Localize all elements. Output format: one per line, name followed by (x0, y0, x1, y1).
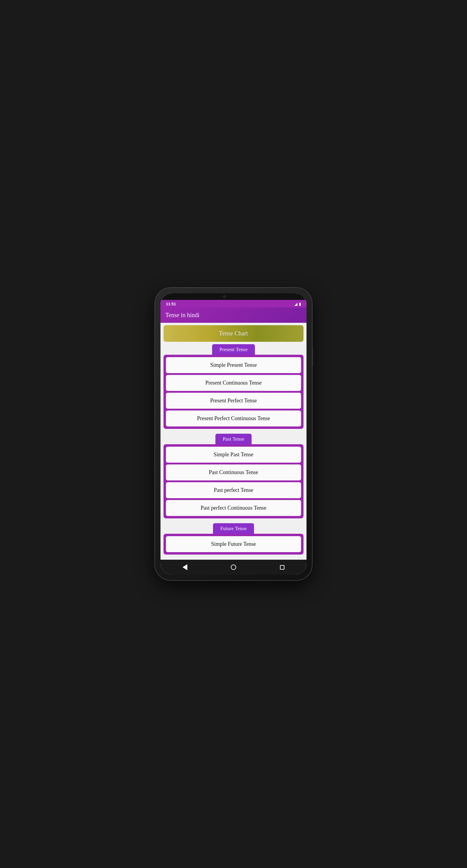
present-perfect-continuous-text: Present Perfect Continuous Tense (197, 415, 270, 421)
past-section-box: Simple Past Tense Past Continuous Tense … (164, 444, 303, 518)
present-continuous-text: Present Continuous Tense (205, 380, 262, 386)
back-icon (182, 564, 187, 570)
present-section-header-row: Present Tense (164, 344, 303, 355)
present-section-label: Present Tense (212, 344, 255, 355)
past-continuous-text: Past Continuous Tense (209, 469, 258, 475)
past-perfect-text: Past perfect Tense (214, 487, 253, 493)
simple-present-item[interactable]: Simple Present Tense (166, 357, 301, 373)
status-bar: 11:51 ◢ ▮ (160, 300, 307, 307)
status-icons: ◢ ▮ (294, 302, 301, 306)
content-area[interactable]: Tense Chart Present Tense Simple Present… (160, 323, 307, 560)
tense-chart-title: Tense Chart (219, 330, 248, 337)
present-perfect-continuous-item[interactable]: Present Perfect Continuous Tense (166, 410, 301, 427)
home-button[interactable] (228, 561, 239, 573)
past-perfect-continuous-text: Past perfect Continuous Tense (201, 505, 266, 511)
future-section-header-row: Future Tense (164, 523, 303, 534)
present-section-box: Simple Present Tense Present Continuous … (164, 355, 303, 429)
past-continuous-item[interactable]: Past Continuous Tense (166, 464, 301, 480)
status-time: 11:51 (166, 302, 176, 306)
simple-past-item[interactable]: Simple Past Tense (166, 447, 301, 463)
recent-button[interactable] (276, 561, 288, 573)
future-section-label: Future Tense (213, 523, 254, 534)
future-section-box: Simple Future Tense (164, 534, 303, 555)
present-tense-section: Present Tense Simple Present Tense Prese… (164, 344, 303, 429)
past-tense-section: Past Tense Simple Past Tense Past Contin… (164, 434, 303, 518)
simple-past-text: Simple Past Tense (213, 452, 253, 458)
simple-future-text: Simple Future Tense (211, 541, 256, 547)
present-continuous-item[interactable]: Present Continuous Tense (166, 375, 301, 391)
phone-screen: 11:51 ◢ ▮ Tense in hindi Tense Chart Pre… (160, 293, 307, 575)
phone-frame: 11:51 ◢ ▮ Tense in hindi Tense Chart Pre… (155, 288, 312, 580)
present-perfect-text: Present Perfect Tense (210, 398, 257, 404)
signal-icon: ◢ (294, 302, 297, 306)
simple-present-text: Simple Present Tense (210, 362, 257, 368)
bottom-nav (160, 560, 307, 575)
home-icon (231, 564, 236, 570)
app-title: Tense in hindi (165, 312, 199, 318)
tense-chart-banner: Tense Chart (164, 325, 303, 342)
past-section-header-row: Past Tense (164, 434, 303, 444)
back-button[interactable] (179, 561, 191, 573)
simple-future-item[interactable]: Simple Future Tense (166, 536, 301, 552)
past-section-label: Past Tense (215, 434, 252, 444)
app-bar: Tense in hindi (160, 307, 307, 323)
battery-icon: ▮ (299, 302, 301, 306)
side-button (312, 348, 313, 366)
camera-dot (223, 295, 226, 298)
camera-area (160, 293, 307, 300)
past-perfect-continuous-item[interactable]: Past perfect Continuous Tense (166, 500, 301, 516)
present-perfect-item[interactable]: Present Perfect Tense (166, 393, 301, 409)
recent-icon (280, 565, 285, 569)
future-tense-section: Future Tense Simple Future Tense (164, 523, 303, 555)
past-perfect-item[interactable]: Past perfect Tense (166, 482, 301, 498)
